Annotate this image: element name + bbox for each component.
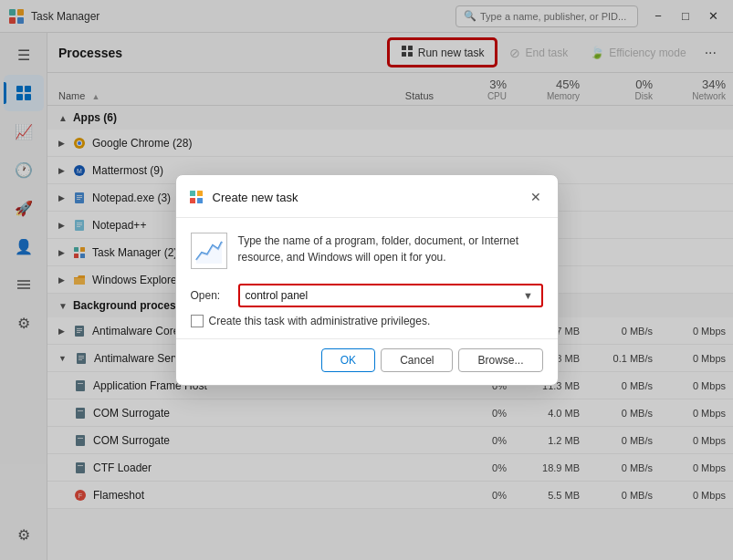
svg-rect-51 — [197, 191, 203, 196]
svg-rect-53 — [197, 198, 203, 203]
dialog-close-button[interactable]: ✕ — [525, 186, 547, 208]
cancel-button[interactable]: Cancel — [381, 348, 453, 372]
dialog-footer: OK Cancel Browse... — [176, 338, 558, 385]
open-dropdown-button[interactable]: ▼ — [519, 286, 538, 305]
admin-privileges-checkbox[interactable] — [191, 315, 204, 327]
dialog-title: Create new task — [213, 191, 525, 204]
dialog-open-row: Open: ▼ — [176, 280, 558, 315]
open-label: Open: — [191, 289, 231, 302]
dialog-title-icon — [187, 188, 205, 206]
svg-rect-50 — [190, 191, 195, 196]
dialog-content: Type the name of a program, folder, docu… — [176, 218, 558, 280]
dialog-titlebar: Create new task ✕ — [176, 175, 558, 218]
dialog-description: Type the name of a program, folder, docu… — [238, 233, 543, 265]
browse-button[interactable]: Browse... — [458, 348, 542, 372]
admin-privileges-label: Create this task with administrative pri… — [209, 315, 431, 327]
ok-button[interactable]: OK — [321, 348, 375, 372]
dialog-checkbox-row: Create this task with administrative pri… — [176, 315, 558, 338]
svg-rect-52 — [190, 198, 195, 203]
open-input[interactable] — [246, 289, 519, 302]
dialog-chart-icon — [191, 233, 227, 269]
dialog-input-wrapper: ▼ — [238, 284, 543, 307]
dialog-overlay: Create new task ✕ Type the name of a pro… — [0, 0, 733, 560]
create-new-task-dialog: Create new task ✕ Type the name of a pro… — [175, 174, 559, 386]
